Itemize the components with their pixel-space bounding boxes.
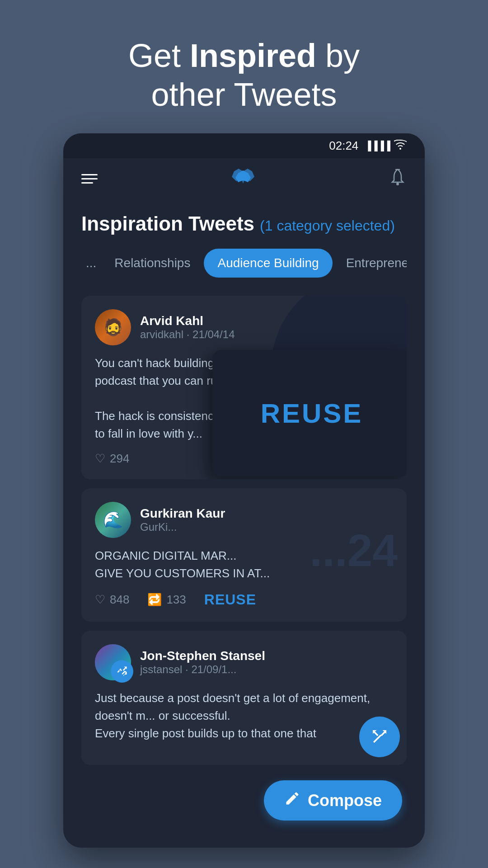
heart-icon-1: ♡ — [95, 452, 105, 466]
compose-button[interactable]: Compose — [264, 780, 402, 821]
avatar-2: 🌊 — [95, 502, 131, 538]
svg-point-0 — [396, 183, 399, 185]
retweet-icon-2: 🔁 — [147, 593, 162, 607]
status-time: 02:24 — [329, 139, 358, 153]
tweet-handle-1: arvidkahl · 21/04/14 — [140, 328, 235, 341]
compose-label: Compose — [308, 791, 382, 810]
tweet-retweets-2: 🔁 133 — [147, 593, 186, 607]
likes-count-2: 848 — [110, 593, 129, 607]
heart-icon-2: ♡ — [95, 593, 105, 607]
signal-icon: ▐▐▐▐ — [365, 141, 390, 151]
header-line2: other Tweets — [151, 76, 337, 113]
page-title: Inspiration Tweets (1 category selected) — [81, 212, 407, 235]
retweets-count-2: 133 — [166, 593, 186, 607]
tab-audience-building[interactable]: Audience Building — [204, 249, 332, 278]
tweet-name-1: Arvid Kahl — [140, 314, 235, 328]
likes-count-1: 294 — [110, 452, 129, 466]
phone-frame: 02:24 ▐▐▐▐ — [63, 133, 425, 848]
avatar-3 — [95, 644, 131, 680]
shuffle-button[interactable] — [359, 717, 400, 757]
tweet-author-1: Arvid Kahl arvidkahl · 21/04/14 — [140, 314, 235, 341]
title-subtitle: (1 category selected) — [260, 217, 395, 234]
tweet-handle-2: GurKi... — [140, 521, 225, 533]
tweet-author-3: Jon-Stephen Stansel jsstansel · 21/09/1.… — [140, 649, 265, 676]
tweet-name-2: Gurkiran Kaur — [140, 506, 225, 521]
filter-tabs: ... Relationships Audience Building Entr… — [81, 249, 407, 282]
tweet-author-2: Gurkiran Kaur GurKi... — [140, 506, 225, 533]
page-header: Get Inspired by other Tweets — [0, 0, 488, 142]
title-text: Inspiration Tweets — [81, 212, 254, 235]
tab-entrepreneurship[interactable]: Entrepreneurship — [333, 249, 407, 278]
reuse-card-overlay[interactable]: REUSE — [212, 350, 407, 476]
header-text-normal: Get — [128, 38, 190, 74]
content-area: Inspiration Tweets (1 category selected)… — [63, 199, 425, 765]
app-logo — [232, 168, 254, 189]
tweet-card-1: 🧔 Arvid Kahl arvidkahl · 21/04/14 You ca… — [81, 296, 407, 479]
tweet-likes-2: ♡ 848 — [95, 593, 129, 607]
tweet-card-3: Jon-Stephen Stansel jsstansel · 21/09/1.… — [81, 631, 407, 765]
tweet-footer-2: ♡ 848 🔁 133 REUSE — [95, 591, 393, 608]
hamburger-line-1 — [81, 174, 98, 175]
status-icons: ▐▐▐▐ — [365, 140, 407, 152]
tweet-name-3: Jon-Stephen Stansel — [140, 649, 265, 663]
app-bar — [63, 158, 425, 199]
tweet-body-3: Just because a post doesn't get a lot of… — [95, 689, 393, 742]
tab-relationships[interactable]: Relationships — [101, 249, 204, 278]
deco-number: ...24 — [310, 524, 398, 576]
hamburger-line-2 — [81, 178, 98, 179]
header-text-normal2: by — [316, 38, 360, 74]
tweet-card-2: 🌊 Gurkiran Kaur GurKi... ORGANIC DIGITAL… — [81, 488, 407, 622]
compose-icon — [284, 790, 300, 811]
notification-bell[interactable] — [389, 168, 407, 189]
tweet-header-3: Jon-Stephen Stansel jsstansel · 21/09/1.… — [95, 644, 393, 680]
tab-partial-left: ... — [81, 249, 101, 278]
status-bar: 02:24 ▐▐▐▐ — [63, 133, 425, 158]
shuffle-indicator — [111, 660, 133, 683]
menu-button[interactable] — [81, 174, 98, 184]
tweet-handle-3: jsstansel · 21/09/1... — [140, 663, 265, 676]
reuse-button-2[interactable]: REUSE — [204, 591, 256, 608]
reuse-button-large[interactable]: REUSE — [261, 398, 363, 429]
avatar-1: 🧔 — [95, 309, 131, 345]
header-text-bold: Inspired — [190, 38, 316, 74]
wifi-icon — [394, 140, 407, 152]
hamburger-line-3 — [81, 182, 93, 184]
tweet-likes-1: ♡ 294 — [95, 452, 129, 466]
